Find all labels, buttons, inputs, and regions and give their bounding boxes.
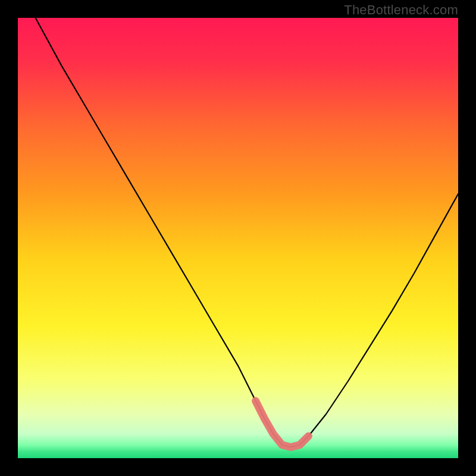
optimal-range-highlight	[256, 401, 309, 447]
curve-layer	[18, 18, 458, 458]
watermark-label: TheBottleneck.com	[344, 2, 458, 18]
plot-area	[18, 18, 458, 458]
chart-frame: TheBottleneck.com	[0, 0, 476, 476]
bottleneck-curve	[36, 18, 458, 447]
